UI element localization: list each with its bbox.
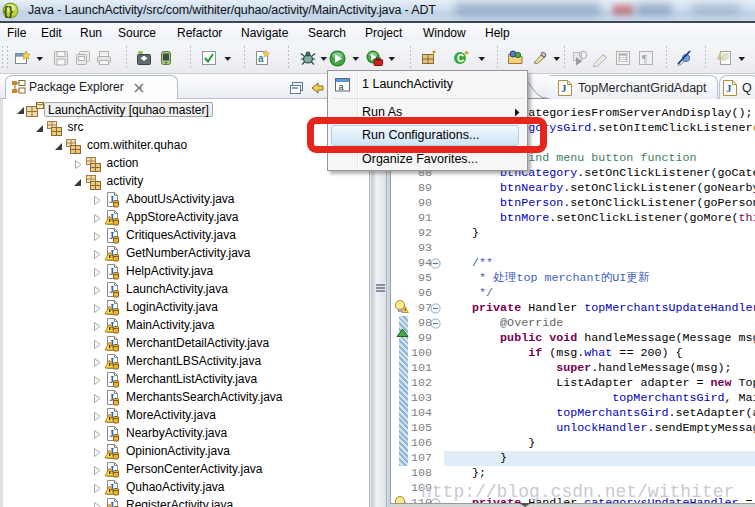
svg-text:a: a (258, 53, 264, 64)
svg-text:¶: ¶ (642, 52, 647, 64)
svg-text:J: J (561, 82, 567, 94)
svg-text:J: J (726, 82, 732, 94)
svg-text:C: C (457, 53, 464, 64)
svg-text:{}: {} (4, 4, 14, 18)
svg-text:a: a (339, 82, 344, 92)
